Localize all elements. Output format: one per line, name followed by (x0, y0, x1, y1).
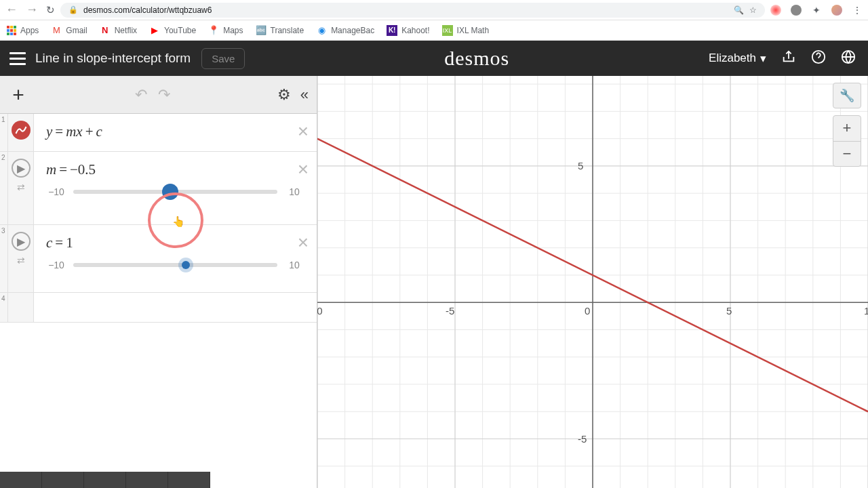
slider-track[interactable] (73, 263, 277, 267)
slider-m[interactable]: −10 10 (46, 186, 304, 197)
delete-expression-icon[interactable]: × (298, 232, 309, 253)
bookmark-label: Netflix (115, 26, 137, 35)
netflix-icon: N (100, 25, 111, 36)
slider-max[interactable]: 10 (284, 260, 304, 270)
help-icon[interactable] (811, 49, 826, 68)
save-button[interactable]: Save (201, 48, 245, 69)
bookmark-kahoot[interactable]: K!Kahoot! (387, 25, 429, 36)
share-icon[interactable] (781, 49, 796, 68)
bookmark-label: Translate (271, 26, 304, 35)
desmos-logo[interactable]: desmos (444, 47, 509, 70)
bookmark-gmail[interactable]: MGmail (51, 25, 87, 36)
bookmark-apps[interactable]: Apps (7, 26, 39, 35)
play-slider-button[interactable]: ▶ (12, 232, 31, 251)
bookmark-label: IXL Math (457, 26, 490, 35)
row-index: 3 (0, 225, 8, 292)
slider-max[interactable]: 10 (284, 186, 304, 197)
expression-list: 1 y=mx+c × 2 ▶ ⇄ (0, 114, 317, 488)
bookmark-youtube[interactable]: ▶YouTube (149, 25, 196, 36)
settings-gear-icon[interactable]: ⚙ (277, 86, 291, 104)
keypad-toolbar[interactable] (0, 472, 210, 488)
profile-avatar[interactable] (831, 5, 842, 16)
svg-text:5: 5 (726, 305, 732, 317)
zoom-out-button[interactable]: − (833, 142, 861, 167)
animation-mode-icon[interactable]: ⇄ (17, 255, 25, 266)
kahoot-icon: K! (387, 25, 397, 36)
redo-button[interactable]: ↷ (158, 86, 170, 104)
cursor-icon: 👆 (172, 216, 185, 228)
url-text: desmos.com/calculator/wttqbzuaw6 (83, 5, 728, 15)
expression-toolbar: + ↶ ↷ ⚙ « (0, 76, 317, 114)
graph-canvas[interactable]: -10-50510-55 🔧 + − (317, 76, 868, 488)
slider-thumb[interactable] (162, 184, 178, 200)
expression-math[interactable]: y=mx+c (46, 123, 304, 140)
animation-mode-icon[interactable]: ⇄ (17, 182, 25, 192)
ixl-icon: IXL (442, 25, 453, 36)
zoom-controls: + − (833, 115, 861, 167)
translate-icon: 🔤 (256, 25, 267, 36)
bookmark-label: YouTube (164, 26, 196, 35)
expression-row[interactable]: 2 ▶ ⇄ m=−0.5 × −10 10 (0, 152, 317, 225)
bookmark-netflix[interactable]: NNetflix (100, 25, 137, 36)
play-slider-button[interactable]: ▶ (12, 159, 31, 178)
expression-row[interactable]: 1 y=mx+c × (0, 114, 317, 152)
bookmark-label: Apps (20, 26, 39, 35)
bookmark-translate[interactable]: 🔤Translate (256, 25, 304, 36)
row-index: 4 (0, 293, 8, 322)
expression-row[interactable]: 3 ▶ ⇄ c=1 × −10 10 (0, 225, 317, 293)
expression-math[interactable]: c=1 (46, 235, 304, 251)
graph-settings-button[interactable]: 🔧 (833, 83, 861, 108)
gmail-icon: M (51, 25, 62, 36)
expression-panel: + ↶ ↷ ⚙ « 1 y=mx (0, 76, 317, 488)
row-index: 2 (0, 152, 8, 224)
user-name: Elizabeth (709, 52, 756, 65)
bookmark-label: Maps (223, 26, 243, 35)
bookmark-managebac[interactable]: ◉ManageBac (316, 25, 374, 36)
bookmark-label: Kahoot! (401, 26, 429, 35)
expression-color-icon[interactable] (12, 121, 31, 140)
back-button[interactable]: ← (5, 3, 18, 17)
extensions-puzzle-icon[interactable]: ✦ (811, 5, 822, 16)
delete-expression-icon[interactable]: × (298, 121, 309, 142)
bookmark-ixl[interactable]: IXLIXL Math (442, 25, 490, 36)
zoom-in-button[interactable]: + (833, 116, 861, 142)
row-index: 1 (0, 114, 8, 151)
bookmark-star-icon[interactable]: ☆ (749, 5, 757, 15)
slider-thumb[interactable] (182, 261, 190, 269)
slider-min[interactable]: −10 (46, 186, 66, 197)
managebac-icon: ◉ (316, 25, 327, 36)
delete-expression-icon[interactable]: × (298, 159, 309, 180)
app-header: Line in slope-intercept form Save desmos… (0, 41, 868, 76)
menu-button[interactable] (0, 52, 35, 65)
apps-icon (7, 26, 16, 35)
globe-icon[interactable] (841, 49, 856, 68)
chrome-menu-icon[interactable]: ⋮ (852, 5, 863, 16)
add-expression-button[interactable]: + (8, 85, 28, 105)
browser-chrome-bar: ← → ↻ 🔒 desmos.com/calculator/wttqbzuaw6… (0, 0, 868, 20)
bookmark-label: ManageBac (331, 26, 374, 35)
user-menu[interactable]: Elizabeth ▾ (709, 52, 766, 66)
slider-track[interactable] (73, 190, 277, 194)
slider-c[interactable]: −10 10 (46, 260, 304, 270)
svg-text:10: 10 (864, 305, 868, 317)
svg-text:-10: -10 (317, 305, 323, 317)
reload-button[interactable]: ↻ (46, 4, 55, 16)
bookmark-maps[interactable]: 📍Maps (208, 25, 243, 36)
url-bar[interactable]: 🔒 desmos.com/calculator/wttqbzuaw6 🔍 ☆ (60, 3, 765, 18)
chevron-down-icon: ▾ (760, 52, 766, 66)
youtube-icon: ▶ (149, 25, 160, 36)
expression-math[interactable]: m=−0.5 (46, 161, 304, 178)
undo-button[interactable]: ↶ (135, 86, 147, 104)
svg-text:-5: -5 (446, 305, 454, 317)
svg-text:5: 5 (578, 160, 583, 171)
extension-icon-2[interactable] (791, 5, 802, 16)
zoom-indicator-icon[interactable]: 🔍 (734, 5, 744, 15)
bookmark-label: Gmail (66, 26, 87, 35)
collapse-panel-icon[interactable]: « (300, 86, 309, 104)
svg-text:0: 0 (585, 305, 590, 317)
graph-title[interactable]: Line in slope-intercept form (35, 51, 191, 66)
expression-row-empty[interactable]: 4 (0, 293, 317, 323)
forward-button[interactable]: → (26, 3, 38, 17)
slider-min[interactable]: −10 (46, 260, 66, 270)
extension-icon-1[interactable] (770, 5, 781, 16)
